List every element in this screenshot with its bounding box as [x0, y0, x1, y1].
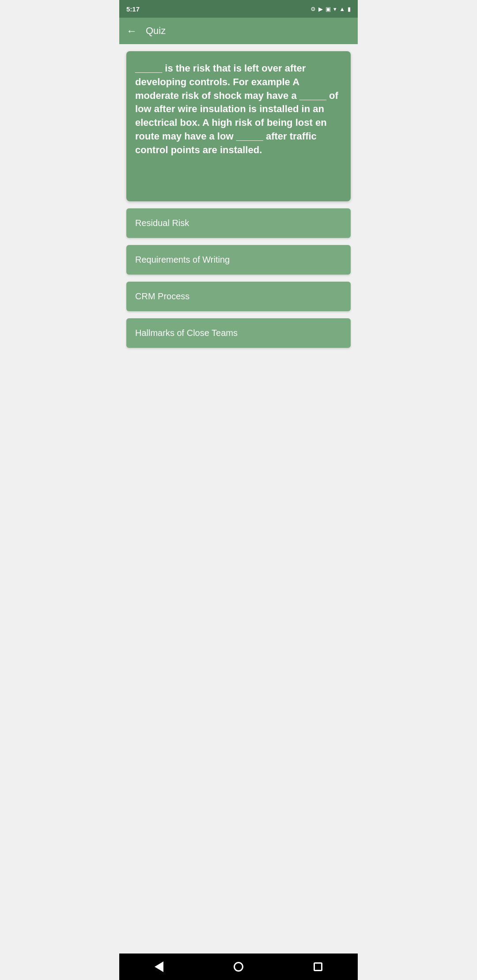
question-card: _____ is the risk that is left over afte…	[126, 51, 351, 201]
answer-button-3[interactable]: CRM Process	[126, 282, 351, 311]
toolbar: ← Quiz	[119, 18, 358, 44]
nav-bar	[119, 954, 358, 980]
question-text: _____ is the risk that is left over afte…	[135, 62, 342, 157]
answer-button-1[interactable]: Residual Risk	[126, 208, 351, 238]
battery-icon: ▮	[348, 6, 351, 12]
sim-icon: ▣	[326, 6, 331, 12]
main-content: _____ is the risk that is left over afte…	[119, 44, 358, 954]
play-icon: ▶	[318, 6, 323, 12]
status-time: 5:17	[126, 5, 140, 13]
back-button[interactable]: ←	[126, 25, 137, 37]
toolbar-title: Quiz	[146, 25, 166, 37]
nav-home-button[interactable]	[234, 962, 243, 972]
nav-back-button[interactable]	[155, 961, 163, 972]
status-icons: ⚙ ▶ ▣ ▾ ▲ ▮	[310, 6, 351, 12]
wifi-icon: ▾	[333, 6, 337, 12]
answer-button-2[interactable]: Requirements of Writing	[126, 245, 351, 275]
status-bar: 5:17 ⚙ ▶ ▣ ▾ ▲ ▮	[119, 0, 358, 18]
signal-icon: ▲	[339, 6, 345, 12]
nav-recents-button[interactable]	[314, 962, 322, 971]
answer-button-4[interactable]: Hallmarks of Close Teams	[126, 318, 351, 348]
settings-icon: ⚙	[310, 6, 316, 12]
